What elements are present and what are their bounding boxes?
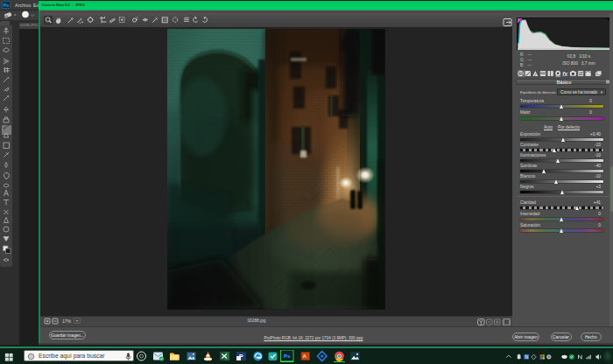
svg-text:P: P <box>239 354 243 360</box>
svg-text:Ps: Ps <box>284 354 291 359</box>
svg-text:fx: fx <box>562 71 567 77</box>
svg-text:N: N <box>525 355 528 360</box>
svg-text:A: A <box>303 354 307 359</box>
